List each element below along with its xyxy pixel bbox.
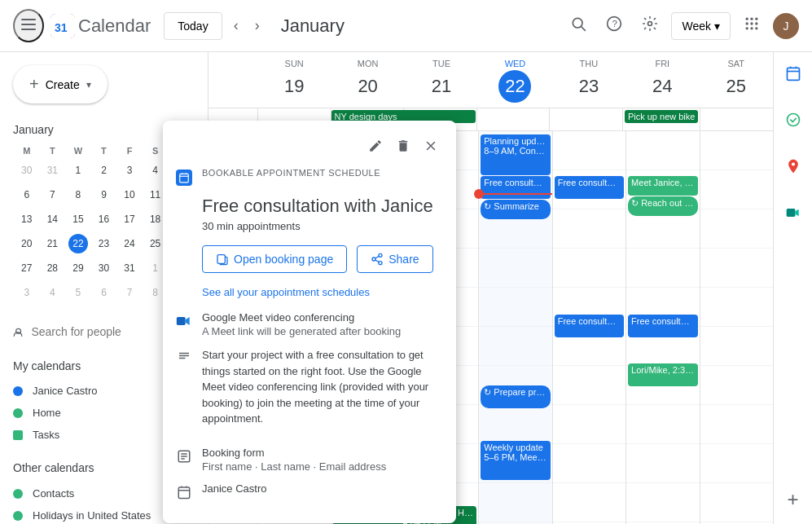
popup-meet-detail: Google Meet video conferencing A Meet li… — [176, 311, 443, 337]
mini-cal-day[interactable]: 2 — [92, 159, 116, 182]
appointment-popup: BOOKABLE APPOINTMENT SCHEDULE Free consu… — [163, 121, 456, 523]
mini-cal-day[interactable]: 7 — [117, 281, 142, 304]
prev-button[interactable]: ‹ — [229, 12, 244, 39]
day-col-wed[interactable]: Planning update 8–9 AM, Conferen… Free c… — [478, 131, 551, 524]
menu-icon[interactable] — [13, 9, 44, 42]
week-button[interactable]: Week ▾ — [671, 12, 731, 40]
apps-button[interactable] — [737, 9, 766, 42]
day-header-wed[interactable]: WED 22 — [478, 52, 551, 108]
all-day-cell-wed[interactable] — [476, 108, 550, 130]
day-header-fri[interactable]: FRI 24 — [625, 52, 699, 108]
day-name: MON — [331, 59, 404, 68]
today-button[interactable]: Today — [164, 12, 222, 40]
mini-cal-day[interactable]: 4 — [41, 281, 65, 304]
day-col-thu[interactable]: Free consultatio… Free consultatio… — [552, 131, 625, 524]
mini-cal-day[interactable]: 23 — [92, 232, 116, 255]
mini-cal-day[interactable]: 5 — [66, 281, 90, 304]
tasks-strip-icon[interactable] — [779, 105, 808, 139]
mini-cal-day[interactable]: 6 — [92, 281, 116, 304]
mini-cal-day[interactable]: 31 — [41, 159, 65, 182]
event-free-consult-thu2[interactable]: Free consultatio… — [555, 315, 624, 337]
avatar[interactable]: J — [773, 13, 799, 39]
day-header-tue[interactable]: TUE 21 — [405, 52, 478, 108]
edit-event-button[interactable] — [363, 134, 388, 161]
mini-cal-day[interactable]: 3 — [117, 159, 142, 182]
mini-cal-day[interactable]: 1 — [66, 159, 90, 182]
mini-cal-day[interactable]: 8 — [66, 183, 90, 206]
create-button[interactable]: + Create ▾ — [13, 65, 108, 103]
share-button[interactable]: Share — [357, 245, 432, 273]
mini-cal-day[interactable]: 21 — [41, 232, 65, 255]
logo-icon: 31 — [50, 14, 75, 38]
delete-event-button[interactable] — [391, 134, 415, 161]
sidebar-item-label: Home — [33, 407, 61, 419]
bookable-calendar-icon — [176, 170, 192, 186]
help-button[interactable]: ? — [599, 9, 629, 42]
mini-cal-day[interactable]: 10 — [117, 183, 142, 206]
popup-event-title: Free consultation with Janice — [202, 196, 443, 217]
event-planning-update[interactable]: Planning update 8–9 AM, Conferen… — [481, 134, 550, 175]
event-free-consult-wed[interactable]: Free consultatio… — [481, 176, 550, 199]
event-reach-out[interactable]: ↻ Reach out to… — [628, 196, 697, 216]
day-col-sat[interactable] — [700, 131, 773, 524]
event-prepare[interactable]: ↻ Prepare pre… — [481, 385, 550, 408]
mini-cal-day[interactable]: 17 — [117, 208, 142, 231]
svg-point-13 — [746, 22, 748, 24]
event-free-consult-thu[interactable]: Free consultatio… — [555, 176, 624, 199]
mini-cal-day[interactable]: 27 — [15, 257, 39, 280]
mini-cal-day[interactable]: 14 — [41, 208, 65, 231]
mini-cal-day[interactable]: 9 — [92, 183, 116, 206]
mini-cal-day[interactable]: 20 — [15, 232, 39, 255]
day-header-sun[interactable]: SUN 19 — [257, 52, 331, 108]
maps-strip-icon[interactable] — [779, 152, 808, 185]
event-weekly-update[interactable]: Weekly update 5–6 PM, Meeting r… — [481, 441, 550, 480]
next-button[interactable]: › — [250, 12, 265, 39]
meet-strip-icon[interactable] — [779, 198, 808, 231]
mini-cal-day[interactable]: 30 — [15, 159, 39, 182]
event-title: ↻ Prepare pre… — [484, 387, 546, 398]
event-description: Start your project with a free consultat… — [202, 347, 443, 427]
day-col-fri[interactable]: Meet Janice, 9… ↻ Reach out to… Free con… — [625, 131, 699, 524]
event-title: Free consultatio… — [631, 316, 694, 326]
all-day-event-bike[interactable]: Pick up new bike — [625, 110, 699, 123]
event-summarize[interactable]: ↻ Summarize — [481, 200, 550, 219]
mini-cal-day[interactable]: 30 — [92, 257, 116, 280]
close-popup-button[interactable] — [419, 134, 443, 161]
mini-cal-day[interactable]: 22 — [66, 232, 90, 255]
mini-cal-day[interactable]: 13 — [15, 208, 39, 231]
event-title: Weekly update — [484, 443, 546, 452]
day-header-mon[interactable]: MON 20 — [331, 52, 404, 108]
day-number: 21 — [425, 70, 458, 103]
booking-form-text: Booking form First name · Last name · Em… — [202, 447, 386, 473]
svg-point-24 — [791, 162, 794, 165]
all-day-cell-fri[interactable]: Pick up new bike — [622, 108, 700, 130]
day-name: SUN — [257, 59, 331, 68]
event-subtitle: 8–9 AM, Conferen… — [484, 146, 546, 156]
all-day-cell-thu[interactable] — [549, 108, 622, 130]
settings-button[interactable] — [635, 9, 665, 42]
mini-cal-day[interactable]: 7 — [41, 183, 65, 206]
google-meet-icon — [176, 313, 192, 329]
event-free-consult-fri[interactable]: Free consultatio… — [628, 315, 697, 337]
mini-cal-day[interactable]: 3 — [15, 281, 39, 304]
day-header-thu[interactable]: THU 23 — [552, 52, 625, 108]
mini-cal-day[interactable]: 24 — [117, 232, 142, 255]
mini-cal-day[interactable]: 16 — [92, 208, 116, 231]
day-header-sat[interactable]: SAT 25 — [700, 52, 773, 108]
event-lori-mike[interactable]: Lori/Mike, 2:3… — [628, 363, 697, 386]
mini-cal-day[interactable]: 31 — [117, 257, 142, 280]
mini-cal-day[interactable]: 28 — [41, 257, 65, 280]
event-meet-janice[interactable]: Meet Janice, 9… — [628, 176, 697, 196]
svg-point-18 — [755, 27, 757, 29]
mini-cal-day[interactable]: 6 — [15, 183, 39, 206]
mini-cal-day[interactable]: 29 — [66, 257, 90, 280]
see-all-appointments-link[interactable]: See all your appointment schedules — [202, 286, 443, 298]
all-day-cell-sat[interactable] — [700, 108, 773, 130]
add-strip-icon[interactable]: + — [780, 482, 805, 517]
calendar-strip-icon[interactable] — [779, 59, 808, 92]
search-button[interactable] — [564, 9, 593, 42]
event-title: ↻ Reach out to… — [631, 198, 694, 209]
open-booking-page-button[interactable]: Open booking page — [202, 245, 347, 273]
mini-cal-day[interactable]: 15 — [66, 208, 90, 231]
day-number: 25 — [720, 70, 753, 103]
